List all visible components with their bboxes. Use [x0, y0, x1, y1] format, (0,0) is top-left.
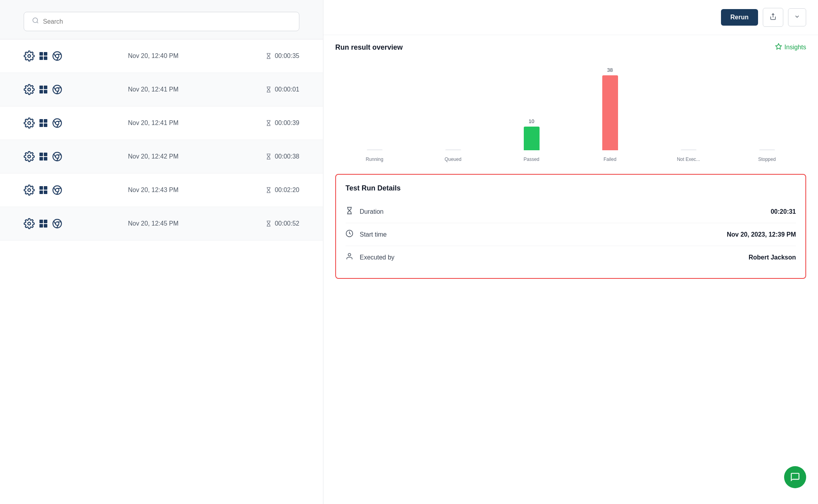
svg-point-52 [28, 222, 31, 225]
svg-rect-34 [44, 153, 47, 156]
svg-rect-33 [39, 153, 43, 156]
windows-icon [39, 152, 48, 161]
icons-group [24, 185, 62, 196]
bar-group: Queued [414, 147, 492, 150]
chat-button[interactable] [784, 466, 806, 488]
executed-by-label: Executed by [360, 254, 749, 261]
duration-label: Duration [360, 208, 771, 215]
test-row[interactable]: Nov 20, 12:41 PM 00:00:01 [0, 73, 323, 106]
bar-value: 10 [529, 118, 534, 124]
windows-icon [39, 85, 48, 94]
svg-rect-3 [39, 52, 43, 56]
clock-icon [346, 230, 355, 239]
search-box[interactable] [24, 12, 299, 31]
svg-rect-53 [39, 220, 43, 223]
rerun-button[interactable]: Rerun [721, 9, 758, 26]
test-timestamp: Nov 20, 12:40 PM [70, 52, 236, 60]
test-timestamp: Nov 20, 12:41 PM [70, 86, 236, 93]
svg-point-12 [28, 88, 31, 91]
bar-group: 38 Failed [571, 67, 649, 150]
svg-rect-5 [39, 56, 43, 60]
svg-rect-56 [44, 224, 47, 228]
search-input[interactable] [43, 18, 291, 25]
gear-icon [24, 185, 35, 196]
svg-rect-44 [44, 186, 47, 190]
gear-icon [24, 84, 35, 95]
bar-label: Failed [603, 157, 616, 162]
windows-icon [39, 219, 48, 228]
svg-rect-54 [44, 220, 47, 223]
test-row[interactable]: Nov 20, 12:43 PM 00:02:20 [0, 174, 323, 207]
svg-rect-6 [44, 56, 47, 60]
test-row[interactable]: Nov 20, 12:45 PM 00:00:52 [0, 207, 323, 241]
svg-rect-36 [44, 157, 47, 161]
bar-label: Passed [523, 157, 539, 162]
test-duration: 00:02:20 [244, 187, 299, 194]
test-duration: 00:00:39 [244, 119, 299, 127]
executed-by-value: Robert Jackson [749, 254, 796, 261]
test-row[interactable]: Nov 20, 12:42 PM 00:00:38 [0, 140, 323, 174]
bar-rect [681, 149, 697, 150]
test-row[interactable]: Nov 20, 12:41 PM 00:00:39 [0, 106, 323, 140]
start-time-row: Start time Nov 20, 2023, 12:39 PM [346, 223, 796, 246]
svg-rect-46 [44, 190, 47, 194]
bar-group: Not Exec... [649, 147, 728, 150]
start-time-value: Nov 20, 2023, 12:39 PM [727, 231, 796, 238]
bar-rect [602, 75, 618, 150]
svg-rect-16 [44, 90, 47, 93]
bar-rect [367, 149, 383, 150]
chrome-icon [52, 118, 62, 128]
hourglass-icon [265, 187, 272, 193]
bar-label: Queued [444, 157, 461, 162]
test-list: Nov 20, 12:40 PM 00:00:35 [0, 39, 323, 504]
overview-title: Run result overview [335, 43, 403, 52]
svg-rect-13 [39, 86, 43, 89]
svg-rect-15 [39, 90, 43, 93]
insights-button[interactable]: Insights [775, 43, 806, 52]
svg-rect-14 [44, 86, 47, 89]
icons-group [24, 151, 62, 162]
dropdown-button[interactable] [788, 8, 806, 26]
bar-group: Stopped [728, 147, 806, 150]
chart-bars: Running Queued 10 Passed 38 Failed Not E… [335, 71, 806, 166]
windows-icon [39, 185, 48, 195]
chrome-icon [52, 51, 62, 61]
test-duration: 00:00:38 [244, 153, 299, 160]
svg-rect-24 [44, 119, 47, 123]
test-row[interactable]: Nov 20, 12:40 PM 00:00:35 [0, 39, 323, 73]
bar-group: 10 Passed [492, 118, 571, 150]
share-button[interactable] [763, 8, 783, 27]
duration-value: 00:20:31 [771, 208, 796, 215]
svg-rect-23 [39, 119, 43, 123]
search-container [0, 0, 323, 39]
start-time-label: Start time [360, 231, 727, 238]
gear-icon [24, 218, 35, 229]
svg-marker-64 [775, 44, 781, 49]
insights-sparkle-icon [775, 43, 782, 52]
search-icon [32, 17, 39, 26]
bar-rect [524, 127, 540, 150]
gear-icon [24, 151, 35, 162]
chrome-icon [52, 218, 62, 229]
user-icon [346, 252, 355, 262]
top-bar: Rerun [323, 0, 818, 35]
test-duration: 00:00:52 [244, 220, 299, 227]
left-panel: Nov 20, 12:40 PM 00:00:35 [0, 0, 323, 504]
bar-value: 38 [607, 67, 613, 73]
svg-point-32 [28, 155, 31, 158]
svg-rect-35 [39, 157, 43, 161]
bar-label: Stopped [758, 157, 776, 162]
svg-rect-45 [39, 190, 43, 194]
svg-rect-4 [44, 52, 47, 56]
overview-header: Run result overview Insights [335, 43, 806, 52]
bar-rect [759, 149, 775, 150]
test-duration: 00:00:35 [244, 52, 299, 60]
icons-group [24, 218, 62, 229]
right-panel: Rerun Run result overview Insi [323, 0, 818, 504]
chrome-icon [52, 185, 62, 195]
hourglass-icon [265, 86, 272, 93]
bar-label: Running [366, 157, 383, 162]
gear-icon [24, 50, 35, 62]
test-timestamp: Nov 20, 12:42 PM [70, 153, 236, 160]
details-section: Test Run Details Duration 00:20:31 Start… [335, 174, 806, 279]
